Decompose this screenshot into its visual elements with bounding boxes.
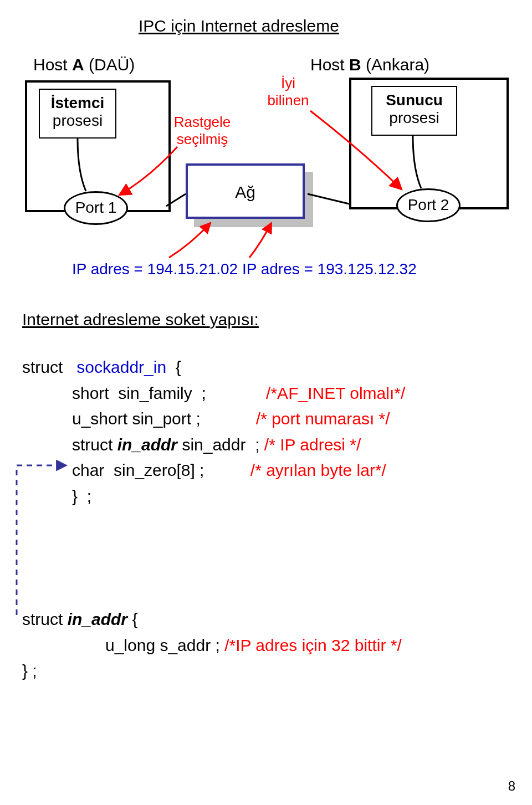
struct2-close: } ; (22, 658, 510, 684)
port1-ellipse: Port 1 (64, 191, 128, 225)
struct1-l4-pre: char sin_zero[8] ; (72, 461, 204, 479)
svg-line-1 (308, 194, 349, 204)
host-b-label: Host B (Ankara) (310, 55, 429, 74)
server-line2: prosesi (372, 109, 456, 127)
struct1-l3-post: sin_addr ; (177, 435, 264, 454)
struct2-l1: u_long s_addr ; /*IP adres için 32 bitti… (22, 633, 510, 659)
ip1: 194.15.21.02 (147, 260, 238, 278)
struct2-open-post: { (127, 610, 137, 628)
iyi-l2: bilinen (258, 92, 319, 109)
host-b-post: (Ankara) (361, 55, 429, 74)
struct1-l1: short sin_family ; /*AF_INET olmalı*/ (22, 381, 510, 407)
struct1-close: } ; (22, 484, 510, 510)
struct1-open-pre: struct (22, 358, 76, 376)
ip-pre1: IP adres = (72, 260, 147, 278)
struct1-open: struct sockaddr_in { (22, 355, 510, 381)
client-process-box: İstemci prosesi (39, 89, 116, 139)
client-line2: prosesi (40, 112, 115, 130)
ip-mid: IP adres = (238, 260, 317, 278)
host-a-post: (DAÜ) (84, 55, 135, 74)
rastgele-l2: seçilmiş (163, 131, 241, 148)
rastgele-label: Rastgele seçilmiş (163, 114, 241, 148)
struct1-l3-ital: in_addr (117, 435, 177, 454)
struct1-l2: u_short sin_port ; /* port numarası */ (22, 406, 510, 432)
struct-heading: Internet adresleme soket yapısı: (22, 310, 259, 329)
ip-address-line: IP adres = 194.15.21.02 IP adres = 193.1… (72, 260, 417, 278)
client-line1: İstemci (40, 94, 115, 112)
struct1-l2-cmt: /* port numarası */ (256, 409, 390, 428)
port2-ellipse: Port 2 (396, 188, 461, 222)
struct1-close-txt: } ; (72, 487, 91, 505)
struct-heading-pre: Internet adresleme soket (22, 310, 210, 329)
struct1-open-post: { (166, 358, 181, 376)
struct2-open: struct in_addr { (22, 607, 510, 633)
iyi-bilinen-label: İyi bilinen (258, 75, 319, 109)
struct1-l4: char sin_zero[8] ; /* ayrılan byte lar*/ (22, 458, 510, 484)
struct2-open-pre: struct (22, 610, 68, 628)
struct1-l4-cmt: /* ayrılan byte lar*/ (250, 461, 386, 479)
struct2-l1-cmt: /*IP adres için 32 bittir */ (224, 636, 402, 654)
struct1-l1-cmt: /*AF_INET olmalı*/ (266, 384, 405, 402)
struct-sockaddr-in: struct sockaddr_in { short sin_family ; … (22, 355, 510, 509)
struct1-l3-pre: struct (72, 435, 117, 454)
network-box: Ağ (186, 163, 305, 219)
struct2-close-txt: } ; (22, 662, 37, 680)
host-a-bold: A (72, 55, 84, 74)
page-number: 8 (508, 778, 515, 794)
struct1-l1-pre: short sin_family ; (72, 384, 206, 402)
page-title: IPC için Internet adresleme (139, 17, 339, 35)
struct1-type: sockaddr_in (76, 358, 166, 376)
ip2: 193.125.12.32 (318, 260, 417, 278)
struct1-l3-cmt: /* IP adresi */ (264, 435, 361, 454)
host-b-pre: Host (310, 55, 349, 74)
host-a-pre: Host (33, 55, 72, 74)
struct2-open-ital: in_addr (68, 610, 127, 628)
host-b-bold: B (349, 55, 361, 74)
struct2-l1-pre: u_long s_addr ; (105, 636, 220, 654)
struct1-l3: struct in_addr sin_addr ; /* IP adresi *… (22, 432, 510, 458)
iyi-l1: İyi (258, 75, 319, 92)
struct1-l2-pre: u_short sin_port ; (72, 409, 201, 428)
struct-in-addr: struct in_addr { u_long s_addr ; /*IP ad… (22, 607, 510, 684)
server-process-box: Sunucu prosesi (371, 86, 457, 136)
host-a-label: Host A (DAÜ) (33, 55, 135, 74)
struct-heading-post: yapısı: (210, 310, 259, 329)
server-line1: Sunucu (372, 91, 456, 109)
rastgele-l1: Rastgele (163, 114, 241, 131)
